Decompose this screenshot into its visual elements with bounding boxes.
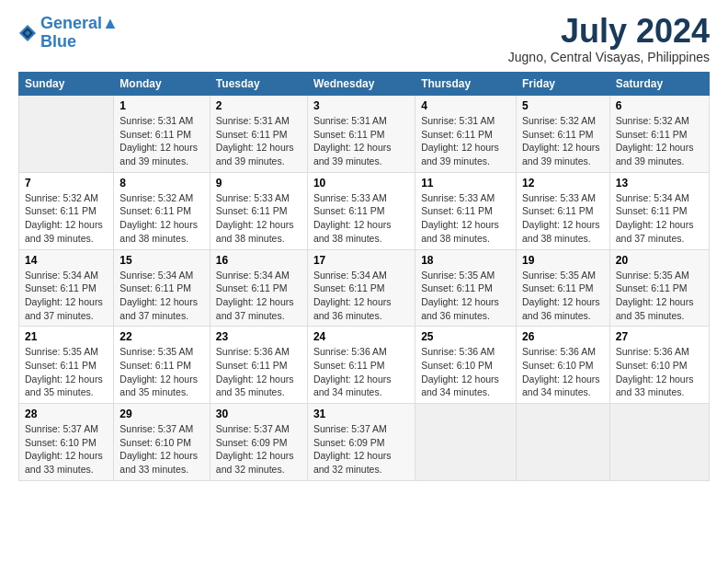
day-number: 30	[216, 408, 301, 420]
location: Jugno, Central Visayas, Philippines	[508, 50, 710, 64]
day-cell: 6Sunrise: 5:32 AMSunset: 6:11 PMDaylight…	[609, 96, 709, 173]
day-cell: 10Sunrise: 5:33 AMSunset: 6:11 PMDayligh…	[307, 172, 415, 249]
day-cell: 8Sunrise: 5:32 AMSunset: 6:11 PMDaylight…	[114, 172, 210, 249]
day-cell: 21Sunrise: 5:35 AMSunset: 6:11 PMDayligh…	[19, 327, 114, 404]
week-row-3: 14Sunrise: 5:34 AMSunset: 6:11 PMDayligh…	[19, 249, 710, 327]
title-block: July 2024 Jugno, Central Visayas, Philip…	[508, 15, 710, 64]
day-info: Sunrise: 5:37 AMSunset: 6:09 PMDaylight:…	[216, 422, 301, 477]
day-info: Sunrise: 5:31 AMSunset: 6:11 PMDaylight:…	[119, 114, 204, 168]
weekday-header-wednesday: Wednesday	[307, 73, 415, 96]
day-cell: 26Sunrise: 5:36 AMSunset: 6:10 PMDayligh…	[516, 327, 609, 404]
day-cell: 11Sunrise: 5:33 AMSunset: 6:11 PMDayligh…	[415, 172, 517, 249]
day-number: 14	[25, 254, 108, 267]
day-cell: 29Sunrise: 5:37 AMSunset: 6:10 PMDayligh…	[114, 404, 210, 481]
weekday-header-sunday: Sunday	[19, 73, 114, 96]
weekday-header-thursday: Thursday	[415, 73, 517, 96]
day-number: 18	[421, 254, 510, 267]
day-info: Sunrise: 5:36 AMSunset: 6:10 PMDaylight:…	[522, 345, 604, 399]
day-number: 28	[25, 408, 108, 420]
month-title: July 2024	[508, 15, 710, 48]
day-info: Sunrise: 5:37 AMSunset: 6:10 PMDaylight:…	[119, 422, 204, 477]
calendar-table: SundayMondayTuesdayWednesdayThursdayFrid…	[18, 72, 710, 481]
day-cell	[516, 404, 609, 481]
day-info: Sunrise: 5:35 AMSunset: 6:11 PMDaylight:…	[119, 345, 204, 399]
day-cell: 7Sunrise: 5:32 AMSunset: 6:11 PMDaylight…	[19, 172, 114, 249]
day-cell: 25Sunrise: 5:36 AMSunset: 6:10 PMDayligh…	[415, 327, 517, 404]
day-cell: 12Sunrise: 5:33 AMSunset: 6:11 PMDayligh…	[516, 172, 609, 249]
day-info: Sunrise: 5:36 AMSunset: 6:10 PMDaylight:…	[421, 345, 510, 399]
day-cell	[609, 404, 709, 481]
day-cell: 5Sunrise: 5:32 AMSunset: 6:11 PMDaylight…	[516, 96, 609, 173]
day-cell: 1Sunrise: 5:31 AMSunset: 6:11 PMDaylight…	[114, 96, 210, 173]
day-info: Sunrise: 5:35 AMSunset: 6:11 PMDaylight:…	[616, 269, 703, 323]
day-number: 1	[119, 99, 204, 112]
day-number: 20	[616, 254, 703, 267]
day-info: Sunrise: 5:33 AMSunset: 6:11 PMDaylight:…	[216, 191, 301, 246]
day-info: Sunrise: 5:31 AMSunset: 6:11 PMDaylight:…	[421, 114, 510, 168]
day-number: 17	[313, 254, 409, 267]
day-info: Sunrise: 5:32 AMSunset: 6:11 PMDaylight:…	[25, 191, 108, 246]
day-number: 19	[522, 254, 604, 267]
day-info: Sunrise: 5:34 AMSunset: 6:11 PMDaylight:…	[119, 269, 204, 323]
weekday-header-row: SundayMondayTuesdayWednesdayThursdayFrid…	[19, 73, 710, 96]
weekday-header-monday: Monday	[114, 73, 210, 96]
day-number: 6	[616, 99, 703, 112]
day-info: Sunrise: 5:33 AMSunset: 6:11 PMDaylight:…	[313, 191, 409, 246]
day-number: 31	[313, 408, 409, 420]
weekday-header-friday: Friday	[516, 73, 609, 96]
day-number: 5	[522, 99, 604, 112]
day-number: 25	[421, 330, 510, 343]
day-number: 21	[25, 330, 108, 343]
day-cell: 14Sunrise: 5:34 AMSunset: 6:11 PMDayligh…	[19, 249, 114, 327]
day-cell: 13Sunrise: 5:34 AMSunset: 6:11 PMDayligh…	[609, 172, 709, 249]
day-number: 26	[522, 330, 604, 343]
day-info: Sunrise: 5:31 AMSunset: 6:11 PMDaylight:…	[216, 114, 301, 168]
day-number: 24	[313, 330, 409, 343]
day-cell: 23Sunrise: 5:36 AMSunset: 6:11 PMDayligh…	[210, 327, 307, 404]
logo: General▲ Blue	[18, 15, 119, 52]
day-number: 22	[119, 330, 204, 343]
calendar-page: General▲ Blue July 2024 Jugno, Central V…	[0, 0, 728, 563]
day-info: Sunrise: 5:34 AMSunset: 6:11 PMDaylight:…	[313, 269, 409, 323]
day-cell: 16Sunrise: 5:34 AMSunset: 6:11 PMDayligh…	[210, 249, 307, 327]
logo-line1: General	[40, 14, 102, 32]
day-number: 16	[216, 254, 301, 267]
day-cell: 24Sunrise: 5:36 AMSunset: 6:11 PMDayligh…	[307, 327, 415, 404]
day-cell: 2Sunrise: 5:31 AMSunset: 6:11 PMDaylight…	[210, 96, 307, 173]
day-info: Sunrise: 5:36 AMSunset: 6:11 PMDaylight:…	[216, 345, 301, 399]
day-info: Sunrise: 5:36 AMSunset: 6:11 PMDaylight:…	[313, 345, 409, 399]
day-cell: 27Sunrise: 5:36 AMSunset: 6:10 PMDayligh…	[609, 327, 709, 404]
day-number: 11	[421, 177, 510, 190]
day-cell: 4Sunrise: 5:31 AMSunset: 6:11 PMDaylight…	[415, 96, 517, 173]
day-number: 10	[313, 177, 409, 190]
day-number: 15	[119, 254, 204, 267]
day-number: 4	[421, 99, 510, 112]
day-info: Sunrise: 5:34 AMSunset: 6:11 PMDaylight:…	[25, 269, 108, 323]
day-info: Sunrise: 5:36 AMSunset: 6:10 PMDaylight:…	[616, 345, 703, 399]
day-number: 2	[216, 99, 301, 112]
day-cell	[19, 96, 114, 173]
day-number: 9	[216, 177, 301, 190]
day-number: 3	[313, 99, 409, 112]
day-number: 8	[119, 177, 204, 190]
day-cell: 19Sunrise: 5:35 AMSunset: 6:11 PMDayligh…	[516, 249, 609, 327]
day-number: 7	[25, 177, 108, 190]
day-cell: 17Sunrise: 5:34 AMSunset: 6:11 PMDayligh…	[307, 249, 415, 327]
day-info: Sunrise: 5:31 AMSunset: 6:11 PMDaylight:…	[313, 114, 409, 168]
day-cell: 30Sunrise: 5:37 AMSunset: 6:09 PMDayligh…	[210, 404, 307, 481]
day-info: Sunrise: 5:35 AMSunset: 6:11 PMDaylight:…	[522, 269, 604, 323]
day-cell: 31Sunrise: 5:37 AMSunset: 6:09 PMDayligh…	[307, 404, 415, 481]
day-cell: 22Sunrise: 5:35 AMSunset: 6:11 PMDayligh…	[114, 327, 210, 404]
week-row-1: 1Sunrise: 5:31 AMSunset: 6:11 PMDaylight…	[19, 96, 710, 173]
day-info: Sunrise: 5:32 AMSunset: 6:11 PMDaylight:…	[119, 191, 204, 246]
day-info: Sunrise: 5:37 AMSunset: 6:10 PMDaylight:…	[25, 422, 108, 477]
day-number: 29	[119, 408, 204, 420]
day-info: Sunrise: 5:34 AMSunset: 6:11 PMDaylight:…	[616, 191, 703, 246]
week-row-5: 28Sunrise: 5:37 AMSunset: 6:10 PMDayligh…	[19, 404, 710, 481]
logo-icon	[18, 24, 37, 42]
day-cell	[415, 404, 517, 481]
logo-text: General▲ Blue	[40, 15, 119, 52]
weekday-header-saturday: Saturday	[609, 73, 709, 96]
day-cell: 15Sunrise: 5:34 AMSunset: 6:11 PMDayligh…	[114, 249, 210, 327]
day-number: 23	[216, 330, 301, 343]
